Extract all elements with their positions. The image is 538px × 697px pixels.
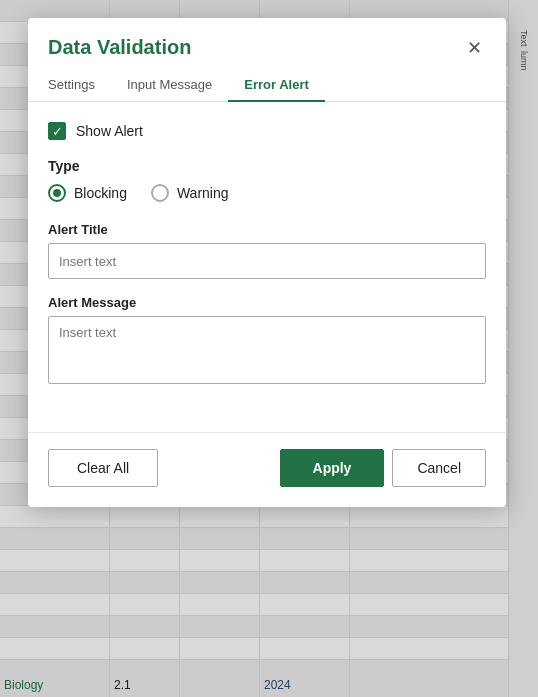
show-alert-row: ✓ Show Alert	[48, 122, 486, 140]
cancel-button[interactable]: Cancel	[392, 449, 486, 487]
show-alert-label: Show Alert	[76, 123, 143, 139]
type-section-label: Type	[48, 158, 486, 174]
alert-message-input[interactable]	[48, 316, 486, 384]
alert-title-label: Alert Title	[48, 222, 486, 237]
dialog-body: ✓ Show Alert Type Blocking Warning Alert…	[28, 102, 506, 424]
tab-input-message[interactable]: Input Message	[111, 69, 228, 102]
type-radio-row: Blocking Warning	[48, 184, 486, 202]
dialog-footer: Clear All Apply Cancel	[28, 432, 506, 507]
dialog-tabs: Settings Input Message Error Alert	[28, 69, 506, 102]
tab-error-alert[interactable]: Error Alert	[228, 69, 325, 102]
apply-button[interactable]: Apply	[280, 449, 385, 487]
show-alert-checkbox[interactable]: ✓	[48, 122, 66, 140]
radio-blocking-label: Blocking	[74, 185, 127, 201]
clear-all-button[interactable]: Clear All	[48, 449, 158, 487]
radio-warning[interactable]: Warning	[151, 184, 229, 202]
tab-settings[interactable]: Settings	[48, 69, 111, 102]
alert-title-input[interactable]	[48, 243, 486, 279]
dialog-header: Data Validation ✕	[28, 18, 506, 69]
radio-warning-circle	[151, 184, 169, 202]
check-icon: ✓	[52, 125, 63, 138]
data-validation-dialog: Data Validation ✕ Settings Input Message…	[28, 18, 506, 507]
alert-message-section: Alert Message	[48, 295, 486, 388]
close-button[interactable]: ✕	[463, 37, 486, 59]
radio-blocking[interactable]: Blocking	[48, 184, 127, 202]
dialog-title: Data Validation	[48, 36, 191, 59]
alert-title-section: Alert Title	[48, 222, 486, 279]
radio-warning-label: Warning	[177, 185, 229, 201]
radio-blocking-circle	[48, 184, 66, 202]
footer-right-buttons: Apply Cancel	[280, 449, 486, 487]
alert-message-label: Alert Message	[48, 295, 486, 310]
